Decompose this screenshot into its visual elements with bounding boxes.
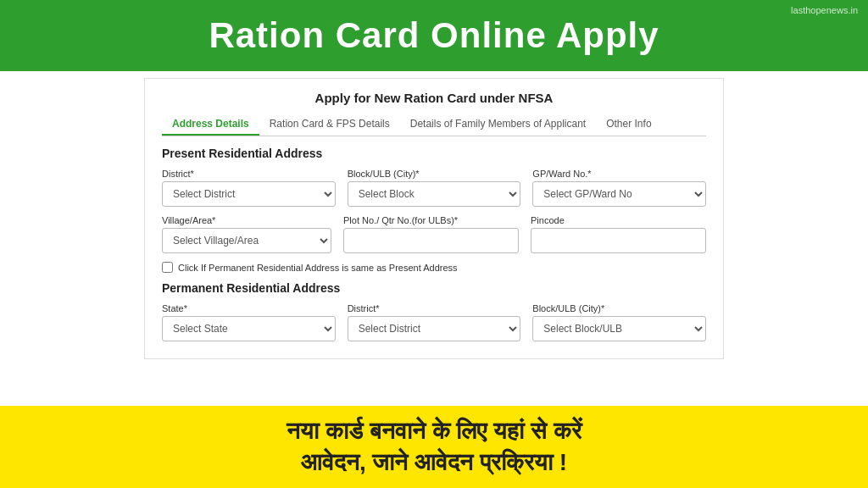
block-label: Block/ULB (City)* — [348, 169, 521, 179]
address-row-2: Village/Area* Select Village/Area Plot N… — [162, 215, 706, 253]
bottom-banner: नया कार्ड बनवाने के लिए यहां से करें आवे… — [0, 406, 868, 488]
village-group: Village/Area* Select Village/Area — [162, 215, 331, 253]
tab-address-details[interactable]: Address Details — [162, 114, 259, 136]
village-label: Village/Area* — [162, 215, 331, 225]
perm-district-label: District* — [348, 303, 521, 313]
tab-ration-fps[interactable]: Ration Card & FPS Details — [259, 114, 400, 136]
gp-select[interactable]: Select GP/Ward No — [532, 181, 706, 207]
pincode-group: Pincode — [531, 215, 706, 253]
same-address-checkbox-row: Click If Permanent Residential Address i… — [162, 262, 706, 273]
watermark-text: lasthopenews.in — [791, 5, 858, 15]
pincode-label: Pincode — [531, 215, 706, 225]
page-title: Ration Card Online Apply — [8, 15, 860, 56]
tab-family-members[interactable]: Details of Family Members of Applicant — [400, 114, 596, 136]
form-title: Apply for New Ration Card under NFSA — [162, 91, 706, 105]
perm-block-select[interactable]: Select Block/ULB — [532, 316, 706, 341]
perm-district-group: District* Select District — [348, 303, 521, 341]
district-group: District* Select District — [162, 169, 336, 207]
perm-block-group: Block/ULB (City)* Select Block/ULB — [532, 303, 706, 341]
form-container: Apply for New Ration Card under NFSA Add… — [144, 78, 724, 359]
permanent-address-title: Permanent Residential Address — [162, 281, 706, 295]
same-address-checkbox[interactable] — [162, 262, 173, 273]
tab-bar: Address Details Ration Card & FPS Detail… — [162, 114, 706, 136]
gp-label: GP/Ward No.* — [532, 169, 706, 179]
block-select[interactable]: Select Block — [348, 181, 521, 207]
bottom-banner-line2: आवेदन, जाने आवेदन प्रक्रिया ! — [8, 447, 860, 478]
present-address-title: Present Residential Address — [162, 147, 706, 160]
district-select[interactable]: Select District — [162, 181, 336, 207]
pincode-input[interactable] — [531, 228, 706, 253]
gp-group: GP/Ward No.* Select GP/Ward No — [532, 169, 706, 207]
district-label: District* — [162, 169, 336, 179]
plot-group: Plot No./ Qtr No.(for ULBs)* — [343, 215, 519, 253]
permanent-address-section: Permanent Residential Address State* Sel… — [162, 281, 706, 341]
perm-state-group: State* Select State — [162, 303, 336, 341]
address-row-1: District* Select District Block/ULB (Cit… — [162, 169, 706, 207]
header: lasthopenews.in Ration Card Online Apply — [0, 0, 868, 71]
block-group: Block/ULB (City)* Select Block — [348, 169, 521, 207]
perm-address-row-1: State* Select State District* Select Dis… — [162, 303, 706, 341]
same-address-label: Click If Permanent Residential Address i… — [178, 263, 458, 273]
perm-state-label: State* — [162, 303, 336, 313]
plot-input[interactable] — [343, 228, 519, 253]
plot-label: Plot No./ Qtr No.(for ULBs)* — [343, 215, 519, 225]
perm-district-select[interactable]: Select District — [348, 316, 521, 341]
tab-other-info[interactable]: Other Info — [596, 114, 661, 136]
perm-state-select[interactable]: Select State — [162, 316, 336, 341]
bottom-banner-line1: नया कार्ड बनवाने के लिए यहां से करें — [8, 416, 860, 446]
perm-block-label: Block/ULB (City)* — [532, 303, 706, 313]
village-select[interactable]: Select Village/Area — [162, 228, 331, 253]
